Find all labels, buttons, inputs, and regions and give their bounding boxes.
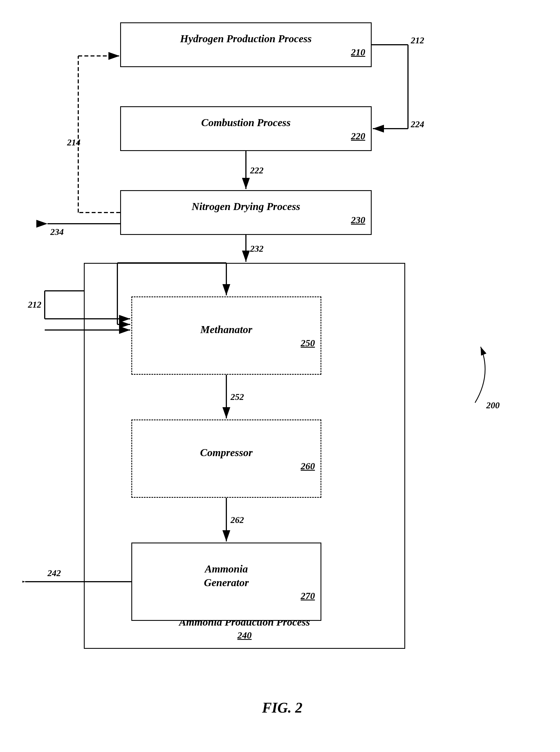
nitrogen-box: Nitrogen Drying Process 230 [120,190,372,235]
nitrogen-label: Nitrogen Drying Process [192,200,300,213]
methanator-box: Methanator 250 [131,296,321,375]
svg-text:214: 214 [67,137,80,147]
combustion-number: 220 [351,131,365,141]
ammonia-production-number: 240 [238,630,252,641]
svg-text:242: 242 [47,568,61,578]
ammonia-generator-label: Ammonia Generator [204,562,249,590]
svg-text:234: 234 [50,227,64,237]
hydrogen-production-box: Hydrogen Production Process 210 [120,22,372,67]
hydrogen-label: Hydrogen Production Process [180,32,312,45]
combustion-box: Combustion Process 220 [120,106,372,151]
nitrogen-number: 230 [351,215,365,226]
svg-text:200: 200 [486,400,500,410]
figure-label: FIG. 2 [262,699,302,716]
svg-text:222: 222 [250,165,263,175]
diagram-container: Hydrogen Production Process 210 Combusti… [22,11,542,724]
svg-text:224: 224 [411,119,424,129]
compressor-number: 260 [301,461,315,471]
hydrogen-number: 210 [351,47,365,58]
svg-text:212: 212 [28,300,41,310]
combustion-label: Combustion Process [201,116,291,130]
ammonia-generator-box: Ammonia Generator 270 [131,542,321,621]
compressor-label: Compressor [200,446,253,460]
methanator-number: 250 [301,338,315,348]
methanator-label: Methanator [200,323,252,336]
ammonia-generator-number: 270 [301,591,315,601]
compressor-box: Compressor 260 [131,420,321,498]
svg-text:232: 232 [250,244,263,254]
svg-text:212: 212 [411,35,424,45]
